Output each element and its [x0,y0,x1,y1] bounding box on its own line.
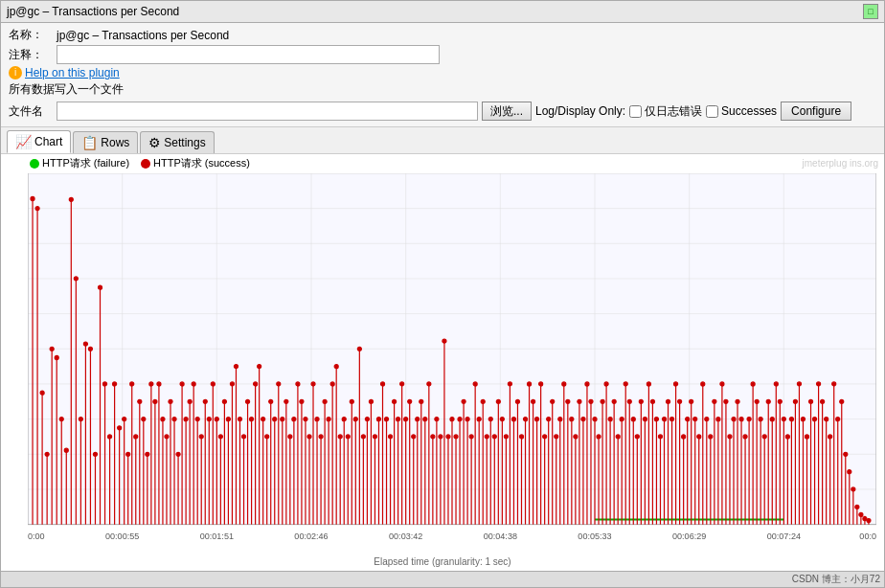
svg-point-380 [693,418,697,421]
svg-point-250 [442,339,446,343]
svg-point-400 [732,418,736,421]
checkbox-errors-label: 仅日志错误 [645,103,702,120]
svg-point-470 [867,519,871,523]
svg-point-50 [40,391,44,395]
svg-point-190 [327,418,330,421]
svg-point-440 [809,399,813,403]
svg-text:00:06:29: 00:06:29 [672,531,706,541]
configure-button[interactable]: Configure [781,102,851,121]
svg-point-100 [153,399,157,403]
svg-point-218 [380,382,384,386]
legend-success: HTTP请求 (success) [141,156,250,170]
rows-tab-label: Rows [101,136,129,149]
svg-point-242 [427,382,431,386]
svg-point-108 [169,399,172,403]
svg-point-370 [674,382,678,386]
svg-point-244 [431,435,435,439]
tab-rows[interactable]: 📋 Rows [73,131,138,153]
svg-point-316 [570,418,574,421]
svg-point-302 [543,435,547,439]
svg-point-134 [218,435,222,439]
svg-point-266 [473,382,477,386]
svg-point-274 [488,418,492,421]
svg-point-442 [813,418,817,421]
svg-point-306 [551,399,555,403]
svg-point-114 [180,382,184,386]
svg-point-192 [330,382,334,386]
svg-point-408 [747,418,751,421]
svg-point-416 [762,435,766,439]
settings-tab-icon: ⚙ [148,135,161,150]
file-input-group: 浏览... Log/Display Only: 仅日志错误 Successes … [57,102,851,121]
svg-text:00:05:33: 00:05:33 [578,531,611,541]
svg-point-52 [45,452,49,456]
svg-point-394 [720,382,724,386]
tabs-bar: 📈 Chart 📋 Rows ⚙ Settings [1,127,884,154]
svg-point-412 [755,399,759,403]
svg-point-110 [172,418,176,421]
svg-point-128 [207,418,211,421]
help-link[interactable]: Help on this plugin [25,66,120,79]
svg-point-98 [149,382,153,386]
x-axis-label: Elapsed time (granularity: 1 sec) [374,556,511,567]
svg-text:00:03:42: 00:03:42 [389,531,422,541]
browse-button[interactable]: 浏览... [482,102,532,121]
svg-point-148 [246,399,250,403]
svg-point-92 [138,399,142,403]
svg-point-290 [519,435,523,439]
svg-point-188 [323,399,327,403]
svg-point-358 [650,399,654,403]
svg-point-168 [284,399,288,403]
svg-point-160 [269,399,273,403]
legend-failure-dot [30,159,39,169]
svg-point-422 [774,382,778,386]
svg-point-338 [612,399,616,403]
svg-point-232 [408,399,412,403]
svg-point-74 [98,285,102,289]
svg-point-68 [83,342,87,346]
checkbox-successes-input[interactable] [706,105,718,118]
svg-point-258 [458,418,462,421]
title-bar: jp@gc – Transactions per Second □ [1,1,884,23]
svg-point-86 [126,452,130,456]
svg-point-112 [176,452,180,456]
file-input[interactable] [57,102,478,121]
svg-point-58 [59,418,63,421]
svg-point-72 [93,452,97,456]
main-window: jp@gc – Transactions per Second □ 名称： jp… [0,0,885,588]
svg-point-120 [192,382,195,386]
svg-point-374 [682,435,686,439]
svg-point-264 [469,435,473,439]
statusbar-text: CSDN 博主：小月72 [792,573,880,586]
svg-point-268 [477,418,481,421]
svg-point-432 [793,399,797,403]
tab-chart[interactable]: 📈 Chart [7,130,71,153]
svg-point-330 [597,435,601,439]
svg-point-220 [385,418,389,421]
svg-point-376 [686,418,690,421]
name-row: 名称： jp@gc – Transactions per Second [9,27,876,43]
window-title: jp@gc – Transactions per Second [7,5,179,18]
svg-point-64 [74,277,78,281]
svg-point-458 [844,452,848,456]
comment-input[interactable] [57,45,440,64]
svg-point-94 [142,418,146,421]
checkbox-errors-input[interactable] [629,105,642,118]
svg-point-304 [547,418,551,421]
maximize-icon[interactable]: □ [863,4,878,19]
watermark: jmeterplug ins.org [803,158,878,169]
svg-point-156 [261,418,265,421]
svg-point-78 [108,435,112,439]
svg-point-118 [188,399,192,403]
svg-point-130 [211,382,215,386]
svg-point-170 [288,435,292,439]
tab-settings[interactable]: ⚙ Settings [140,131,214,153]
section-title: 所有数据写入一个文件 [9,81,124,98]
svg-point-384 [701,382,705,386]
svg-point-334 [604,382,608,386]
svg-point-434 [797,382,801,386]
chart-tab-icon: 📈 [15,134,32,149]
svg-point-456 [840,399,844,403]
svg-point-252 [446,435,450,439]
settings-tab-label: Settings [164,136,205,149]
